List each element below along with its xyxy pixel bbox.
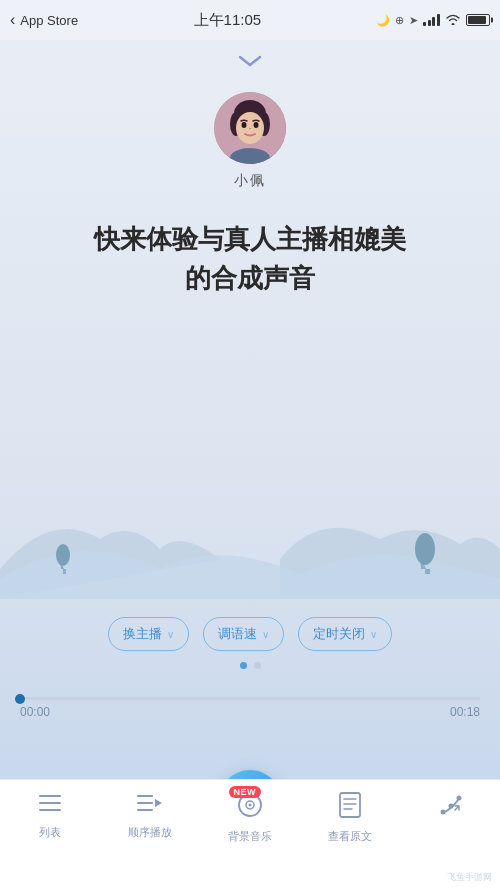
change-host-button[interactable]: 换主播 ∨	[108, 617, 189, 651]
bottom-nav: 列表 顺序播放 NEW 背景音乐	[0, 779, 500, 889]
svg-point-32	[457, 796, 462, 801]
signal-bars	[423, 14, 440, 26]
timer-close-label: 定时关闭	[313, 625, 365, 643]
more-icon	[437, 792, 463, 824]
svg-point-4	[236, 112, 264, 144]
landscape-illustration	[0, 469, 500, 599]
lock-icon: ⊕	[395, 14, 404, 27]
change-host-arrow: ∨	[167, 629, 174, 640]
svg-point-9	[415, 533, 435, 565]
wifi-icon	[445, 13, 461, 28]
progress-area: 00:00 00:18	[0, 697, 500, 719]
back-icon[interactable]: ‹	[10, 11, 15, 29]
svg-point-25	[249, 804, 252, 807]
nav-item-sequential[interactable]: 顺序播放	[120, 792, 180, 840]
dot-1	[240, 662, 247, 669]
nav-vieworiginal-label: 查看原文	[328, 829, 372, 844]
adjust-speed-label: 调语速	[218, 625, 257, 643]
status-time: 上午11:05	[194, 11, 262, 30]
nav-item-vieworiginal[interactable]: 查看原文	[320, 792, 380, 844]
status-bar: ‹ App Store 上午11:05 🌙 ⊕ ➤	[0, 0, 500, 40]
progress-times: 00:00 00:18	[20, 705, 480, 719]
list-icon	[38, 792, 62, 820]
adjust-speed-arrow: ∨	[262, 629, 269, 640]
location-icon: ➤	[409, 14, 418, 27]
avatar-container: 小佩	[214, 92, 286, 190]
avatar-name: 小佩	[234, 172, 266, 190]
bgmusic-icon	[237, 798, 263, 823]
svg-point-6	[254, 122, 259, 128]
main-content: 小佩 快来体验与真人主播相媲美的合成声音 换主播 ∨	[0, 40, 500, 779]
adjust-speed-button[interactable]: 调语速 ∨	[203, 617, 284, 651]
nav-item-more[interactable]	[420, 792, 480, 829]
progress-bar[interactable]	[20, 697, 480, 700]
moon-icon: 🌙	[376, 14, 390, 27]
svg-point-30	[441, 810, 446, 815]
status-right: 🌙 ⊕ ➤	[376, 13, 490, 28]
current-time: 00:00	[20, 705, 50, 719]
title-text: 快来体验与真人主播相媲美的合成声音	[54, 220, 446, 298]
svg-point-10	[56, 544, 70, 566]
nav-sequential-label: 顺序播放	[128, 825, 172, 840]
app-store-label: App Store	[20, 13, 78, 28]
sequential-icon	[136, 792, 164, 820]
dot-2	[254, 662, 261, 669]
avatar	[214, 92, 286, 164]
vieworiginal-icon	[338, 792, 362, 824]
control-buttons: 换主播 ∨ 调语速 ∨ 定时关闭 ∨	[0, 617, 500, 651]
svg-rect-26	[340, 793, 360, 817]
collapse-chevron[interactable]	[236, 52, 264, 72]
svg-point-5	[242, 122, 247, 128]
nav-bgmusic-label: 背景音乐	[228, 829, 272, 844]
status-left: ‹ App Store	[10, 11, 78, 29]
total-time: 00:18	[450, 705, 480, 719]
nav-list-label: 列表	[39, 825, 61, 840]
dots-indicator	[0, 662, 500, 669]
progress-dot	[15, 694, 25, 704]
nav-item-bgmusic[interactable]: NEW 背景音乐	[220, 792, 280, 844]
timer-close-arrow: ∨	[370, 629, 377, 640]
watermark: 飞鱼手游网	[447, 871, 492, 884]
battery-icon	[466, 14, 490, 26]
nav-item-list[interactable]: 列表	[20, 792, 80, 840]
new-badge: NEW	[229, 786, 262, 798]
svg-point-31	[449, 804, 454, 809]
change-host-label: 换主播	[123, 625, 162, 643]
timer-close-button[interactable]: 定时关闭 ∨	[298, 617, 392, 651]
